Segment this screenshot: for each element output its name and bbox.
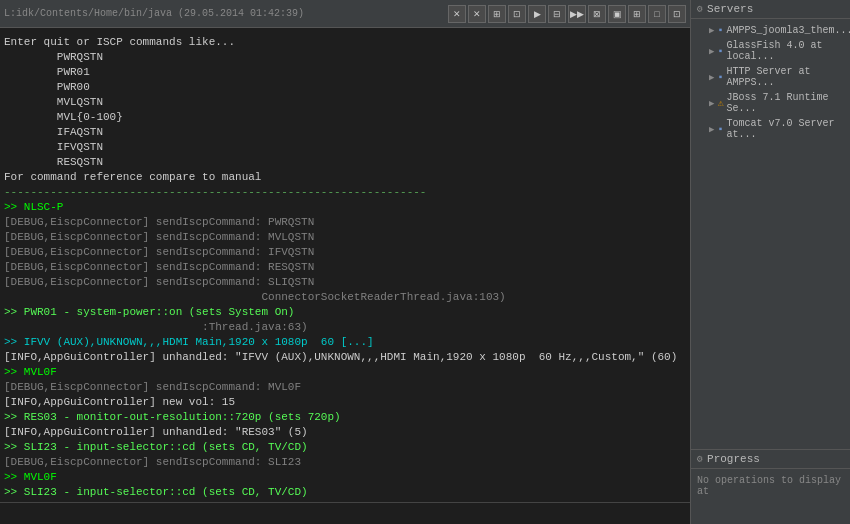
server-item[interactable]: ▶⚠JBoss 7.1 Runtime Se...	[705, 90, 848, 116]
tree-arrow-icon: ▶	[709, 124, 714, 135]
server-item-label: Tomcat v7.0 Server at...	[726, 118, 844, 140]
progress-content: No operations to display at	[691, 469, 850, 503]
toolbar-btn-5[interactable]: ⊟	[548, 5, 566, 23]
server-tree: ▶▪AMPPS_joomla3_them...▶▪GlassFish 4.0 a…	[691, 19, 850, 146]
server-item-label: HTTP Server at AMPPS...	[726, 66, 844, 88]
tree-arrow-icon: ▶	[709, 98, 714, 109]
servers-panel: ⚙ Servers ▶▪AMPPS_joomla3_them...▶▪Glass…	[691, 0, 850, 449]
progress-icon: ⚙	[697, 453, 703, 465]
console-line: >> IFVV (AUX),UNKNOWN,,,HDMI Main,1920 x…	[4, 335, 686, 350]
servers-icon: ⚙	[697, 3, 703, 15]
server-item-label: GlassFish 4.0 at local...	[726, 40, 844, 62]
no-operations-text: No operations to display at	[697, 475, 841, 497]
console-line: >> MVL0F	[4, 365, 686, 380]
server-item[interactable]: ▶▪Tomcat v7.0 Server at...	[705, 116, 848, 142]
progress-panel: ⚙ Progress No operations to display at	[691, 449, 850, 524]
console-line: [DEBUG,EiscpConnector] sendIscpCommand: …	[4, 260, 686, 275]
toolbar-btn-6[interactable]: ▶▶	[568, 5, 586, 23]
console-line: RESQSTN	[4, 155, 686, 170]
console-line: IFAQSTN	[4, 125, 686, 140]
toolbar-btn-8[interactable]: ▣	[608, 5, 626, 23]
console-line: ----------------------------------------…	[4, 185, 686, 200]
console-line: [DEBUG,EiscpConnector] sendIscpCommand: …	[4, 275, 686, 290]
console-line: >> SLI23 - input-selector::cd (sets CD, …	[4, 440, 686, 455]
console-line: [DEBUG,EiscpConnector] sendIscpCommand: …	[4, 215, 686, 230]
toolbar-btn-7[interactable]: ⊠	[588, 5, 606, 23]
toolbar-btn-close[interactable]: ✕	[448, 5, 466, 23]
toolbar-btn-4[interactable]: ⊡	[508, 5, 526, 23]
server-icon: ▪	[717, 72, 723, 83]
toolbar-btn-9[interactable]: ⊞	[628, 5, 646, 23]
console-line: Enter quit or ISCP commands like...	[4, 35, 686, 50]
toolbar-icons: ✕ ✕ ⊞ ⊡ ▶ ⊟ ▶▶ ⊠ ▣ ⊞ □ ⊡	[448, 5, 686, 23]
console-line: >> SLI23 - input-selector::cd (sets CD, …	[4, 485, 686, 500]
progress-panel-header: ⚙ Progress	[691, 450, 850, 469]
toolbar-btn-play[interactable]: ▶	[528, 5, 546, 23]
toolbar-btn-10[interactable]: □	[648, 5, 666, 23]
console-line: MVLQSTN	[4, 95, 686, 110]
console-line: [DEBUG,EiscpConnector] sendIscpCommand: …	[4, 245, 686, 260]
left-panel: L:idk/Contents/Home/bin/java (29.05.2014…	[0, 0, 690, 524]
progress-panel-title: Progress	[707, 453, 760, 465]
console-line: ========================================…	[4, 28, 686, 35]
toolbar-path: L:idk/Contents/Home/bin/java (29.05.2014…	[4, 8, 448, 19]
console-input-area	[0, 502, 690, 524]
warning-icon: ⚠	[717, 97, 723, 109]
tree-arrow-icon: ▶	[709, 46, 714, 57]
console-line: PWRQSTN	[4, 50, 686, 65]
main-layout: L:idk/Contents/Home/bin/java (29.05.2014…	[0, 0, 850, 524]
console-line: >> NLSC-P	[4, 200, 686, 215]
console-line: [DEBUG,EiscpConnector] sendIscpCommand: …	[4, 230, 686, 245]
console-line: ConnectorSocketReaderThread.java:103)	[4, 290, 686, 305]
console-line: [DEBUG,EiscpConnector] sendIscpCommand: …	[4, 380, 686, 395]
console-line: PWR00	[4, 80, 686, 95]
right-panel: ⚙ Servers ▶▪AMPPS_joomla3_them...▶▪Glass…	[690, 0, 850, 524]
servers-panel-header: ⚙ Servers	[691, 0, 850, 19]
console-area: [DEBUG,EiscpConnector] autodiscovered: E…	[0, 28, 690, 502]
server-item[interactable]: ▶▪HTTP Server at AMPPS...	[705, 64, 848, 90]
console-input[interactable]	[4, 508, 686, 520]
server-item-label: JBoss 7.1 Runtime Se...	[726, 92, 844, 114]
server-item[interactable]: ▶▪GlassFish 4.0 at local...	[705, 38, 848, 64]
server-icon: ▪	[717, 46, 723, 57]
console-line: PWR01	[4, 65, 686, 80]
console-line: [INFO,AppGuiController] unhandled: "RES0…	[4, 425, 686, 440]
servers-panel-title: Servers	[707, 3, 753, 15]
console-line: >> RES03 - monitor-out-resolution::720p …	[4, 410, 686, 425]
console-line: For command reference compare to manual	[4, 170, 686, 185]
console-line: >> PWR01 - system-power::on (sets System…	[4, 305, 686, 320]
console-line: [INFO,AppGuiController] new vol: 15	[4, 395, 686, 410]
console-line: :Thread.java:63)	[4, 320, 686, 335]
console-line: IFVQSTN	[4, 140, 686, 155]
console-line: MVL{0-100}	[4, 110, 686, 125]
console-line: [DEBUG,EiscpConnector] sendIscpCommand: …	[4, 455, 686, 470]
console-line: >> MVL0F	[4, 470, 686, 485]
toolbar-btn-11[interactable]: ⊡	[668, 5, 686, 23]
toolbar-btn-3[interactable]: ⊞	[488, 5, 506, 23]
server-item-label: AMPPS_joomla3_them...	[726, 25, 850, 36]
server-item[interactable]: ▶▪AMPPS_joomla3_them...	[705, 23, 848, 38]
tree-arrow-icon: ▶	[709, 72, 714, 83]
toolbar: L:idk/Contents/Home/bin/java (29.05.2014…	[0, 0, 690, 28]
console-line: [INFO,AppGuiController] unhandled: "IFVV…	[4, 350, 686, 365]
server-icon: ▪	[717, 25, 723, 36]
toolbar-btn-2[interactable]: ✕	[468, 5, 486, 23]
tree-arrow-icon: ▶	[709, 25, 714, 36]
server-icon: ▪	[717, 124, 723, 135]
